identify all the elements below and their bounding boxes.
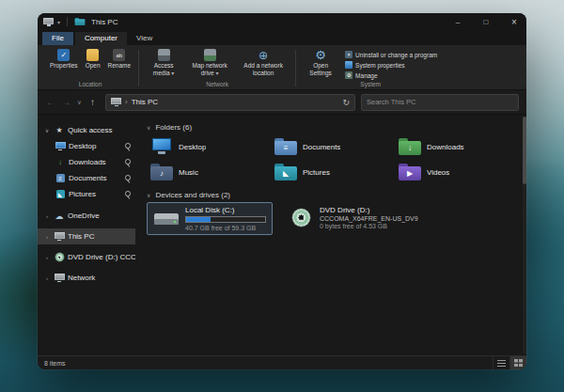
add-network-location-button[interactable]: ⊕ Add a network location [236, 47, 290, 79]
dvd-disc-icon [55, 253, 64, 261]
manage-icon: ⚙ [345, 71, 352, 79]
scrollbar-thumb[interactable] [523, 117, 526, 184]
map-network-drive-label: Map network drive [193, 62, 227, 76]
pictures-folder-icon: ◣ [274, 164, 297, 180]
chevron-right-icon[interactable]: › [43, 213, 51, 219]
rename-icon: ab [113, 49, 125, 61]
network-icon [55, 274, 65, 282]
add-network-location-label: Add a network location [239, 62, 288, 77]
chevron-down-icon[interactable]: ∨ [43, 127, 51, 133]
folder-tile-videos[interactable]: ▶ Videos [395, 161, 515, 183]
folders-section-header[interactable]: ∨ Folders (6) [147, 123, 515, 132]
large-icons-view-icon [514, 359, 523, 367]
forward-button[interactable]: → [59, 97, 73, 107]
sidebar-item-downloads[interactable]: ↓ Downloads [38, 154, 135, 170]
sidebar-item-onedrive[interactable]: › ☁ OneDrive [38, 208, 135, 224]
uninstall-program-label: Uninstall or change a program [355, 52, 437, 58]
navigation-bar: ← → ∨ ↑ › This PC ↻ [38, 90, 526, 115]
add-network-icon: ⊕ [258, 49, 270, 61]
desktop-wallpaper: ▾ This PC – □ × File Computer View ✓ Pro… [0, 0, 564, 392]
folder-tile-desktop[interactable]: Desktop [147, 135, 267, 158]
settings-gear-icon: ⚙ [315, 49, 327, 61]
chevron-down-icon: ∨ [147, 124, 150, 131]
dvd-disc-icon [292, 209, 310, 227]
sidebar-item-quick-access[interactable]: ∨ ★ Quick access [38, 122, 135, 138]
minimize-button[interactable]: – [446, 13, 470, 30]
sidebar-item-network[interactable]: › Network [38, 270, 135, 286]
documents-icon: ≡ [56, 174, 65, 182]
dropdown-icon: ▾ [171, 71, 174, 76]
downloads-icon: ↓ [55, 158, 66, 166]
ribbon-separator [138, 50, 139, 86]
group-label-network: Network [206, 80, 228, 89]
tile-label: Desktop [179, 143, 206, 151]
documents-folder-icon: ≡ [274, 138, 297, 155]
navigation-pane: ∨ ★ Quick access Desktop ↓ Downloads ≡ D… [38, 115, 135, 355]
up-button[interactable]: ↑ [86, 97, 100, 107]
sidebar-label: Pictures [69, 190, 120, 198]
tab-view[interactable]: View [127, 32, 162, 45]
search-input[interactable] [367, 98, 513, 106]
large-icons-view-button[interactable] [509, 356, 526, 370]
system-properties-label: System properties [355, 62, 404, 69]
chevron-right-icon[interactable]: › [43, 234, 51, 240]
folder-tile-documents[interactable]: ≡ Documents [271, 135, 391, 158]
manage-button[interactable]: ⚙ Manage [342, 71, 440, 80]
explorer-window: ▾ This PC – □ × File Computer View ✓ Pro… [38, 13, 526, 369]
tile-label: Pictures [303, 168, 330, 177]
access-media-button[interactable]: Access media ▾ [144, 47, 183, 79]
pin-icon [123, 142, 131, 150]
sidebar-label: This PC [68, 232, 135, 241]
tile-label: Downloads [427, 143, 464, 151]
recent-locations-chevron-icon[interactable]: ∨ [75, 99, 84, 106]
close-button[interactable]: × [502, 13, 526, 30]
vertical-scrollbar[interactable] [523, 117, 526, 353]
breadcrumb[interactable]: This PC [132, 98, 158, 106]
videos-folder-icon: ▶ [399, 164, 421, 180]
address-bar[interactable]: › This PC ↻ [105, 94, 355, 111]
back-button[interactable]: ← [43, 97, 57, 107]
system-properties-button[interactable]: System properties [342, 60, 440, 70]
folder-icon [75, 18, 86, 25]
disk-usage-fill [186, 217, 211, 222]
folder-tile-pictures[interactable]: ◣ Pictures [271, 161, 391, 183]
tab-file[interactable]: File [42, 32, 73, 45]
sidebar-item-pictures[interactable]: ◣ Pictures [38, 186, 135, 202]
chevron-right-icon[interactable]: › [43, 275, 51, 281]
folders-grid: Desktop ≡ Documents ↓ Downloads ♪ Music [147, 135, 515, 183]
group-label-location: Location [79, 80, 102, 89]
open-button[interactable]: Open [83, 47, 103, 71]
section-title: Folders (6) [155, 123, 192, 132]
search-box[interactable] [361, 94, 519, 111]
maximize-button[interactable]: □ [474, 13, 498, 30]
devices-section-header[interactable]: ∨ Devices and drives (2) [147, 191, 515, 199]
system-properties-icon [345, 61, 352, 69]
drive-free-space: 0 bytes free of 4.53 GB [320, 223, 418, 229]
drive-tile-dvd[interactable]: DVD Drive (D:) CCCOMA_X64FRE_EN-US_DV9 0… [282, 202, 425, 233]
refresh-icon[interactable]: ↻ [342, 98, 350, 107]
sidebar-item-desktop[interactable]: Desktop [38, 138, 135, 154]
section-title: Devices and drives (2) [155, 191, 230, 199]
tab-computer[interactable]: Computer [75, 32, 127, 45]
drive-tile-local-disk[interactable]: Local Disk (C:) 40.7 GB free of 59.3 GB [147, 202, 273, 235]
details-view-button[interactable] [493, 356, 509, 370]
properties-button[interactable]: ✓ Properties [47, 47, 81, 71]
map-network-drive-button[interactable]: Map network drive ▾ [185, 47, 234, 79]
downloads-folder-icon: ↓ [399, 138, 421, 155]
breadcrumb-chevron-icon[interactable]: › [125, 98, 128, 106]
uninstall-program-button[interactable]: × Uninstall or change a program [342, 50, 440, 59]
sidebar-item-this-pc[interactable]: › This PC [38, 228, 135, 244]
rename-button[interactable]: ab Rename [105, 47, 134, 71]
folder-tile-music[interactable]: ♪ Music [147, 161, 267, 183]
ribbon-group-location: ✓ Properties Open ab Rename Location [43, 47, 137, 89]
chevron-right-icon[interactable]: › [43, 255, 51, 260]
this-pc-icon [55, 232, 65, 241]
sidebar-item-dvd-drive[interactable]: › DVD Drive (D:) CCCO [38, 249, 135, 265]
sidebar-label: Downloads [69, 158, 120, 166]
folder-tile-downloads[interactable]: ↓ Downloads [395, 135, 515, 158]
devices-row: Local Disk (C:) 40.7 GB free of 59.3 GB … [147, 202, 515, 235]
open-settings-button[interactable]: ⚙ Open Settings [301, 47, 340, 79]
quick-access-toolbar-chevron-icon[interactable]: ▾ [57, 19, 60, 25]
sidebar-item-documents[interactable]: ≡ Documents [38, 170, 135, 186]
explorer-app-icon [43, 18, 54, 26]
